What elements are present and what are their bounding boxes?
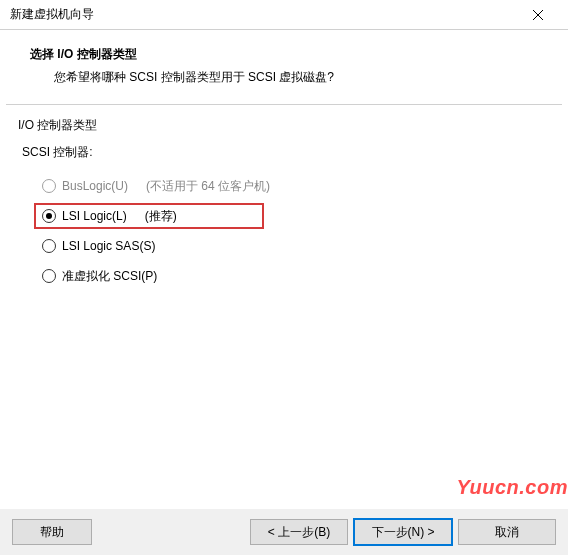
radio-input-lsilogic[interactable] — [42, 209, 56, 223]
wizard-header: 选择 I/O 控制器类型 您希望将哪种 SCSI 控制器类型用于 SCSI 虚拟… — [0, 30, 568, 104]
radio-label-paravirt: 准虚拟化 SCSI(P) — [62, 268, 157, 285]
close-icon — [533, 10, 543, 20]
radio-hint-buslogic: (不适用于 64 位客户机) — [146, 178, 270, 195]
radio-label-buslogic: BusLogic(U) — [62, 179, 128, 193]
radio-label-lsilogic: LSI Logic(L) — [62, 209, 127, 223]
scsi-controller-label: SCSI 控制器: — [22, 144, 550, 161]
section-label: I/O 控制器类型 — [18, 117, 550, 134]
radio-option-lsisas[interactable]: LSI Logic SAS(S) — [42, 231, 550, 261]
radio-input-paravirt[interactable] — [42, 269, 56, 283]
radio-label-lsisas: LSI Logic SAS(S) — [62, 239, 155, 253]
radio-input-lsisas[interactable] — [42, 239, 56, 253]
page-title: 选择 I/O 控制器类型 — [30, 46, 568, 63]
wizard-window: 新建虚拟机向导 选择 I/O 控制器类型 您希望将哪种 SCSI 控制器类型用于… — [0, 0, 568, 555]
back-button[interactable]: < 上一步(B) — [250, 519, 348, 545]
content-area: I/O 控制器类型 SCSI 控制器: BusLogic(U) (不适用于 64… — [0, 105, 568, 509]
radio-group-scsi: BusLogic(U) (不适用于 64 位客户机) LSI Logic(L) … — [18, 171, 550, 291]
radio-option-lsilogic[interactable]: LSI Logic(L) (推荐) — [42, 201, 550, 231]
radio-option-paravirt[interactable]: 准虚拟化 SCSI(P) — [42, 261, 550, 291]
page-subtitle: 您希望将哪种 SCSI 控制器类型用于 SCSI 虚拟磁盘? — [30, 69, 568, 86]
watermark: Yuucn.com — [456, 476, 568, 499]
next-button[interactable]: 下一步(N) > — [354, 519, 452, 545]
titlebar: 新建虚拟机向导 — [0, 0, 568, 30]
radio-option-buslogic: BusLogic(U) (不适用于 64 位客户机) — [42, 171, 550, 201]
cancel-button[interactable]: 取消 — [458, 519, 556, 545]
button-bar: 帮助 < 上一步(B) 下一步(N) > 取消 — [0, 509, 568, 555]
window-title: 新建虚拟机向导 — [10, 6, 515, 23]
close-button[interactable] — [515, 1, 560, 29]
radio-hint-lsilogic: (推荐) — [145, 208, 177, 225]
help-button[interactable]: 帮助 — [12, 519, 92, 545]
radio-input-buslogic — [42, 179, 56, 193]
highlight-box: LSI Logic(L) (推荐) — [34, 203, 264, 229]
radio-dot-icon — [46, 213, 52, 219]
